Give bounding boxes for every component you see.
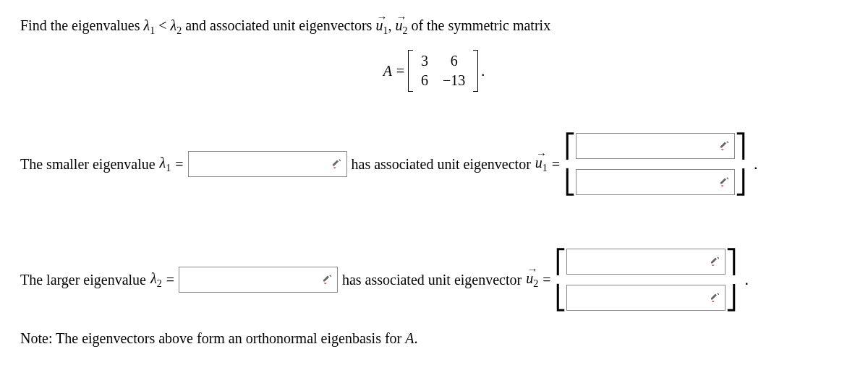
comma: ,	[388, 17, 395, 33]
lambda1-sub: 1	[166, 163, 171, 173]
equals: =	[542, 272, 550, 288]
period: .	[744, 270, 749, 289]
label: has associated unit eigenvector	[342, 272, 522, 288]
u2-sub: 2	[533, 278, 538, 289]
u2-entry2-input[interactable]	[566, 285, 726, 311]
a21: 6	[414, 71, 435, 90]
matrix-equation: A = 36 6−13 .	[20, 50, 848, 92]
equals: =	[552, 156, 560, 173]
u2-symbol: u	[395, 17, 402, 34]
text: and associated unit eigenvectors	[182, 17, 375, 33]
note-text: Note: The eigenvectors above form an ort…	[20, 330, 405, 346]
lambda2-input[interactable]	[179, 267, 338, 293]
text: of the symmetric matrix	[407, 17, 550, 33]
lambda2-symbol: λ	[170, 17, 176, 33]
label: The larger eigenvalue	[20, 272, 146, 288]
a11: 3	[414, 51, 435, 71]
u1-entry2-wrap	[576, 169, 735, 195]
lambda1-symbol: λ	[144, 17, 150, 33]
a22: −13	[435, 71, 472, 90]
u1: u	[535, 155, 542, 171]
u2-entry1-input[interactable]	[566, 249, 726, 275]
matrix-lhs: A =	[383, 63, 405, 79]
note-A: A	[405, 330, 414, 346]
u1-vector: ⎡⎣ ⎤⎦	[564, 128, 746, 200]
u1-entry1-wrap	[576, 133, 735, 159]
lambda2: λ	[150, 270, 157, 286]
period: .	[754, 155, 758, 173]
problem-statement: Find the eigenvalues λ1 < λ2 and associa…	[20, 17, 848, 37]
u1-entry1-input[interactable]	[576, 133, 735, 159]
label: has associated unit eigenvector	[352, 156, 531, 173]
lambda2-input-wrap	[179, 267, 338, 293]
right-bracket: ⎤⎦	[726, 244, 737, 316]
u1-symbol: u	[375, 17, 383, 34]
lambda1: λ	[160, 155, 166, 171]
row-larger-eigenvalue: The larger eigenvalue λ2 = has associate…	[20, 244, 848, 316]
lt: <	[155, 17, 170, 33]
lambda1-input-wrap	[188, 151, 347, 177]
u2-vector: ⎡⎣ ⎤⎦	[555, 244, 737, 316]
u1-sub: 1	[542, 163, 548, 173]
lambda2-sub: 2	[157, 278, 162, 289]
left-bracket: ⎡⎣	[555, 244, 566, 316]
u2: u	[526, 270, 533, 287]
a12: 6	[435, 51, 472, 71]
lambda1-input[interactable]	[188, 151, 347, 177]
matrix-A: 36 6−13	[408, 50, 478, 92]
equals: =	[166, 272, 174, 288]
u1-entry2-input[interactable]	[576, 169, 735, 195]
period: .	[481, 63, 485, 79]
left-bracket: ⎡⎣	[564, 128, 576, 200]
note: Note: The eigenvectors above form an ort…	[20, 330, 848, 347]
label: The smaller eigenvalue	[20, 156, 156, 173]
u2-entry2-wrap	[566, 285, 726, 311]
u2-entry1-wrap	[566, 249, 726, 275]
row-smaller-eigenvalue: The smaller eigenvalue λ1 = has associat…	[20, 128, 848, 200]
right-bracket: ⎤⎦	[735, 128, 746, 200]
text: Find the eigenvalues	[20, 17, 144, 33]
equals: =	[175, 156, 183, 173]
note-period: .	[414, 330, 417, 346]
